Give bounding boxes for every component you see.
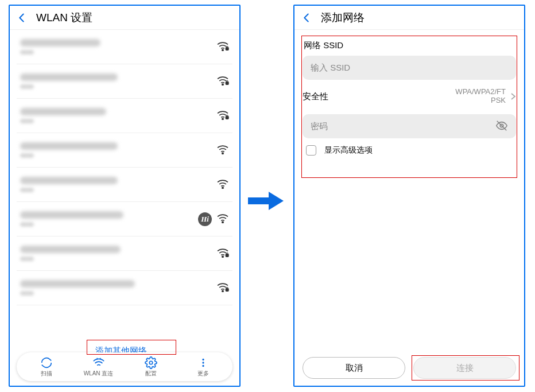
wifi-status-icons [216,178,229,191]
svg-rect-1 [226,47,228,50]
wifi-status-icons [216,282,229,294]
back-icon[interactable] [15,11,28,24]
wifi-status-icons [216,110,229,122]
wifi-status-icons [216,144,229,157]
page-title: WLAN 设置 [36,10,92,25]
bottom-button-bar: 取消 连接 [303,357,516,379]
checkbox-icon[interactable] [306,145,316,156]
wifi-signal-icon [216,110,229,122]
wifi-network-name [20,280,216,296]
cancel-button[interactable]: 取消 [303,357,405,379]
wifi-signal-icon [216,75,229,88]
visibility-off-icon[interactable] [495,119,508,134]
nav-label: 配置 [145,370,157,378]
wifi-status-icons [216,41,229,53]
security-value-line1: WPA/WPA2/FT [455,88,506,96]
nav-config[interactable]: 配置 [130,356,172,378]
ssid-label: 网络 SSID [304,40,516,51]
wifi-network-item[interactable] [17,271,232,305]
refresh-icon [40,356,53,369]
wifi-network-item[interactable] [17,168,232,202]
svg-rect-10 [226,254,228,257]
password-input[interactable]: 密码 [303,114,516,138]
svg-point-15 [149,361,153,364]
svg-rect-12 [226,288,228,291]
svg-point-18 [202,364,204,366]
wifi-network-item[interactable] [17,64,232,99]
wifi-network-name [20,39,216,55]
wifi-network-item[interactable] [17,133,232,168]
wifi-network-name [20,108,216,123]
wifi-network-name [20,246,216,261]
svg-point-2 [222,84,223,85]
svg-point-17 [202,362,204,363]
header-bar: WLAN 设置 [10,6,239,30]
wifi-network-item[interactable]: Hi [17,202,232,236]
wifi-network-item[interactable] [17,99,232,133]
svg-point-16 [202,358,204,360]
wifi-network-name [20,73,216,89]
wifi-signal-icon [216,247,229,260]
svg-point-9 [222,256,223,257]
wlan-settings-screen: WLAN 设置 [9,5,241,387]
wifi-signal-icon [216,41,229,53]
svg-rect-3 [226,81,228,84]
button-label: 连接 [456,363,474,374]
page-title: 添加网络 [321,10,365,25]
wifi-network-name [20,177,216,192]
hi-badge-icon: Hi [198,212,212,226]
wifi-signal-icon [216,282,229,294]
more-icon [197,356,210,369]
security-value: WPA/WPA2/FT PSK [455,88,506,105]
svg-point-7 [222,187,223,188]
wifi-network-name [20,142,216,158]
flow-arrow-icon [247,191,287,214]
security-value-line2: PSK [455,96,506,105]
advanced-options-row[interactable]: 显示高级选项 [303,138,516,159]
svg-point-6 [222,153,223,154]
security-value-area: WPA/WPA2/FT PSK [455,88,516,105]
bottom-toolbar: 扫描 WLAN 直连 配置 更多 [17,352,232,381]
placeholder-text: 输入 SSID [311,63,350,73]
security-selector[interactable]: 安全性 WPA/WPA2/FT PSK [303,83,516,110]
nav-label: WLAN 直连 [84,370,114,378]
svg-rect-5 [226,116,228,119]
nav-label: 扫描 [41,370,52,378]
ssid-input[interactable]: 输入 SSID [303,56,516,80]
security-label: 安全性 [303,91,328,102]
add-network-screen: 添加网络 网络 SSID 输入 SSID 安全性 WPA/WPA2/FT PSK… [293,5,525,387]
wifi-signal-icon [216,178,229,191]
wifi-network-name [20,211,198,227]
svg-rect-19 [248,197,269,204]
back-icon[interactable] [300,11,313,24]
wifi-network-item[interactable] [17,236,232,271]
svg-point-11 [222,290,223,292]
chevron-right-icon [510,92,516,100]
add-network-form: 网络 SSID 输入 SSID 安全性 WPA/WPA2/FT PSK 密码 显… [294,30,524,166]
wifi-signal-icon [216,213,229,226]
gear-icon [145,356,157,369]
wifi-network-item[interactable] [17,30,232,64]
wifi-status-icons [216,75,229,88]
svg-point-4 [222,118,223,119]
button-label: 取消 [346,363,363,374]
nav-scan[interactable]: 扫描 [26,356,67,378]
wifi-signal-icon [216,144,229,157]
wifi-status-icons: Hi [198,212,229,226]
wifi-status-icons [216,247,229,260]
nav-label: 更多 [197,370,209,378]
nav-more[interactable]: 更多 [183,356,224,378]
svg-point-8 [222,222,223,223]
svg-marker-20 [269,192,284,210]
connect-button[interactable]: 连接 [413,357,516,379]
svg-point-0 [222,49,223,51]
wifi-direct-icon [92,356,105,369]
advanced-options-label: 显示高级选项 [324,145,373,156]
nav-direct[interactable]: WLAN 直连 [78,356,119,378]
header-bar: 添加网络 [294,6,524,30]
wifi-network-list: Hi [10,30,239,333]
placeholder-text: 密码 [311,121,328,132]
